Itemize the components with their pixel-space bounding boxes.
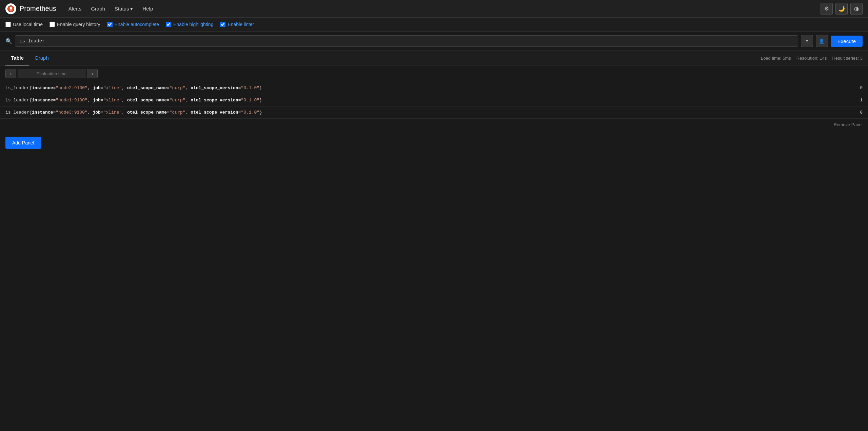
add-panel-button[interactable]: Add Panel [5,137,41,149]
enable-autocomplete-checkbox[interactable] [107,22,113,27]
value-cell-3: 0 [848,106,868,119]
user-button[interactable]: 👤 [816,35,828,47]
table-row: is_leader{instance="node3:9100", job="xl… [0,106,868,119]
prometheus-logo [5,3,16,14]
navbar-nav: Alerts Graph Status ▾ Help [64,4,821,14]
list-icon: ≡ [806,39,808,44]
search-icon: 🔍 [5,38,12,44]
table-row: is_leader{instance="node2:9100", job="xl… [0,82,868,94]
navbar-title: Prometheus [20,5,56,13]
eval-row: ‹ › [0,65,868,82]
navbar: Prometheus Alerts Graph Status ▾ Help ⚙ … [0,0,868,18]
enable-highlighting-label[interactable]: Enable highlighting [166,22,213,27]
metric-cell-3: is_leader{instance="node3:9100", job="xl… [0,106,848,119]
nav-help[interactable]: Help [138,4,157,14]
search-input[interactable] [15,35,798,47]
nav-alerts[interactable]: Alerts [64,4,85,14]
enable-query-history-label[interactable]: Enable query history [50,22,100,27]
list-button[interactable]: ≡ [801,35,813,47]
user-icon: 👤 [819,39,825,44]
search-bar: 🔍 ≡ 👤 Execute [0,32,868,51]
gear-button[interactable]: ⚙ [821,3,833,15]
resolution: Resolution: 14s [796,56,827,61]
result-series: Result series: 3 [832,56,863,61]
eval-next-button[interactable]: › [87,69,98,78]
metric-cell-2: is_leader{instance="node1:9100", job="xl… [0,94,848,106]
tab-meta: Load time: 5ms Resolution: 14s Result se… [761,56,863,61]
enable-autocomplete-label[interactable]: Enable autocomplete [107,22,159,27]
enable-linter-checkbox[interactable] [220,22,225,27]
eval-time-input[interactable] [18,69,85,78]
results-table: is_leader{instance="node2:9100", job="xl… [0,82,868,119]
svg-rect-1 [10,7,12,9]
panel: Table Graph Load time: 5ms Resolution: 1… [0,51,868,130]
load-time: Load time: 5ms [761,56,791,61]
add-panel-section: Add Panel [0,130,868,156]
svg-rect-2 [10,10,12,11]
toolbar: Use local time Enable query history Enab… [0,18,868,32]
navbar-controls: ⚙ 🌙 ◑ [821,3,863,15]
tab-table[interactable]: Table [5,51,29,65]
tab-graph[interactable]: Graph [29,51,54,65]
panel-footer: Remove Panel [0,119,868,130]
use-local-time-label[interactable]: Use local time [5,22,43,27]
value-cell-1: 0 [848,82,868,94]
use-local-time-checkbox[interactable] [5,22,11,27]
execute-button[interactable]: Execute [831,36,863,47]
enable-linter-label[interactable]: Enable linter [220,22,254,27]
enable-highlighting-checkbox[interactable] [166,22,171,27]
eval-prev-button[interactable]: ‹ [5,69,16,78]
navbar-brand[interactable]: Prometheus [5,3,56,14]
remove-panel-button[interactable]: Remove Panel [834,122,863,127]
metric-cell-1: is_leader{instance="node2:9100", job="xl… [0,82,848,94]
nav-status[interactable]: Status ▾ [111,4,137,14]
tab-bar: Table Graph Load time: 5ms Resolution: 1… [0,51,868,65]
table-row: is_leader{instance="node1:9100", job="xl… [0,94,868,106]
contrast-button[interactable]: ◑ [850,3,863,15]
value-cell-2: 1 [848,94,868,106]
moon-button[interactable]: 🌙 [835,3,848,15]
nav-graph[interactable]: Graph [87,4,109,14]
search-actions: ≡ 👤 Execute [801,35,863,47]
enable-query-history-checkbox[interactable] [50,22,55,27]
